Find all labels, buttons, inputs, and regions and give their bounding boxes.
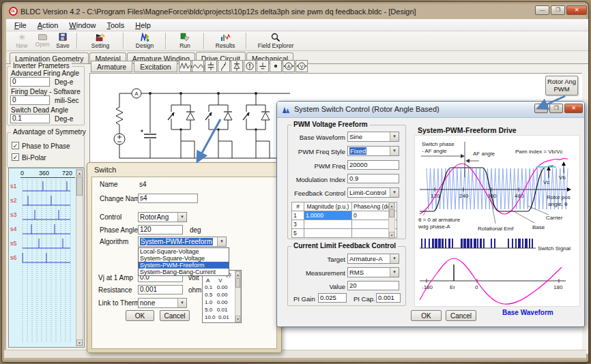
chevron-down-icon[interactable]	[390, 147, 399, 155]
advanced-firing-angle-input[interactable]: 0	[10, 77, 50, 87]
menu-help[interactable]: Help	[130, 20, 156, 30]
subtab-armature[interactable]: Armature	[91, 61, 132, 72]
ammeter-icon[interactable]: A	[283, 60, 295, 72]
svg-text:240: 240	[459, 193, 469, 199]
measurement-label: Measurement	[288, 269, 345, 277]
pwm-freq-input[interactable]: 20000	[347, 160, 399, 170]
app-icon: DL	[9, 7, 18, 16]
minimize-icon[interactable]: —	[535, 5, 549, 15]
results-icon	[220, 33, 231, 42]
chevron-down-icon[interactable]	[390, 188, 399, 197]
control-select[interactable]: RotorAng	[138, 212, 187, 222]
maximize-icon[interactable]: ❐	[551, 5, 565, 15]
harmonics-table[interactable]: # Magnitude (p.u.) PhaseAng (deg) 1 1.00…	[291, 202, 397, 238]
device-vi-row: 10.0 0.01	[205, 314, 229, 320]
table-row[interactable]: 3	[292, 220, 397, 229]
menu-action[interactable]: Action	[32, 20, 64, 30]
capacitor-icon[interactable]	[205, 60, 217, 72]
table-row[interactable]: 5	[292, 229, 397, 238]
modulation-index-input[interactable]: 0.9	[347, 174, 399, 183]
cancel-button[interactable]: Cancel	[160, 310, 190, 321]
algorithm-option-selected[interactable]: System-PWM-Freeform	[139, 262, 229, 269]
design-button[interactable]: Design	[128, 32, 162, 50]
diode-icon[interactable]	[231, 60, 243, 72]
pwm-freq-style-select[interactable]: Fixed	[347, 146, 399, 156]
chevron-down-icon[interactable]	[217, 237, 226, 246]
pi-gain-input[interactable]: 0.025	[318, 293, 347, 303]
scroll-thumb[interactable]	[76, 177, 83, 196]
rotor-ang-pwm-button[interactable]: Rotor Ang PWM	[545, 76, 578, 95]
node-dot-icon[interactable]	[270, 60, 282, 72]
link-to-thermal-select[interactable]: none	[138, 298, 187, 308]
resistance-input[interactable]: 0.001	[138, 285, 183, 294]
pwm-freq-style-value: Fixed	[349, 147, 366, 155]
scroll-up-icon[interactable]	[235, 271, 240, 277]
pwm-freq-label: PWM Freq	[288, 162, 345, 170]
algorithm-option[interactable]: System-Square-Voltage	[139, 255, 229, 262]
voltmeter-icon[interactable]: V	[296, 60, 308, 72]
results-button[interactable]: Results	[208, 32, 242, 50]
table-scrollbar[interactable]	[388, 202, 395, 239]
ground-icon[interactable]	[257, 60, 269, 72]
inverter-schematic[interactable]: A	[96, 76, 293, 165]
device-vi-row: 5.0 0.01	[205, 307, 227, 313]
minimize-icon[interactable]: —	[534, 104, 548, 113]
cancel-button[interactable]: Cancel	[446, 310, 476, 321]
svg-text:A: A	[134, 91, 138, 97]
field-explorer-button[interactable]: Field Explorer	[250, 32, 301, 50]
setting-button[interactable]: Setting	[81, 32, 119, 50]
ok-button[interactable]: OK	[411, 310, 442, 321]
chevron-down-icon[interactable]	[177, 299, 186, 307]
switch-dead-angle-input[interactable]: 0.1	[10, 114, 50, 123]
menu-file[interactable]: File	[9, 20, 32, 30]
table-row[interactable]: 1 1.0000 0	[292, 211, 397, 220]
algorithm-option[interactable]: Local-Square-Voltage	[139, 248, 229, 255]
run-button[interactable]: Run	[170, 32, 200, 50]
menu-tools[interactable]: Tools	[101, 20, 130, 30]
target-select[interactable]: Armature-A	[347, 254, 399, 264]
device-vi-scrollbar[interactable]	[235, 271, 241, 322]
scroll-down-icon[interactable]	[389, 232, 394, 238]
triangle-wave-source-icon[interactable]	[179, 60, 191, 72]
scroll-thumb[interactable]	[235, 278, 240, 288]
phase-angle-input[interactable]: 120	[138, 225, 183, 234]
scroll-down-icon[interactable]	[76, 339, 83, 346]
scroll-down-icon[interactable]	[235, 316, 240, 322]
value-input[interactable]: 20	[347, 281, 399, 290]
base-waveform-select[interactable]: Sine	[347, 132, 399, 142]
maximize-icon[interactable]: ❐	[549, 104, 563, 113]
device-vi-listbox[interactable]: Device V(i): A V 0.1 0.00 0.5 0.00 1.0 0…	[202, 270, 242, 323]
svg-text:Rotor pos: Rotor pos	[547, 194, 571, 200]
close-icon[interactable]: ✕	[564, 104, 583, 113]
algorithm-select[interactable]: System-PWM-Freeform	[138, 237, 227, 247]
pi-cap-input[interactable]: 0.001	[376, 293, 401, 303]
col-header-magnitude: Magnitude (p.u.)	[304, 202, 352, 211]
chevron-down-icon[interactable]	[177, 213, 186, 222]
save-button[interactable]: Save	[53, 32, 73, 50]
device-vi-row: 1.0 0.00	[205, 299, 227, 305]
chevron-down-icon[interactable]	[390, 132, 399, 141]
switch-icon[interactable]	[218, 60, 230, 72]
phase-to-phase-checkbox[interactable]	[12, 142, 19, 149]
menu-window[interactable]: Window	[63, 20, 101, 30]
svg-text:A: A	[287, 64, 291, 69]
bi-polar-checkbox[interactable]	[12, 153, 19, 161]
change-name-input[interactable]: s4	[138, 194, 198, 203]
chevron-down-icon[interactable]	[390, 268, 399, 277]
subtab-excitation[interactable]: Excitation	[134, 61, 177, 72]
algorithm-option[interactable]: System-Bang-Bang-Current	[139, 269, 229, 275]
scroll-thumb[interactable]	[389, 209, 394, 217]
ok-button[interactable]: OK	[126, 310, 154, 321]
chevron-down-icon[interactable]	[390, 254, 399, 263]
feedback-control-select[interactable]: Limit-Control	[347, 187, 399, 198]
new-button: ✳ New	[12, 32, 32, 50]
timing-scrollbar[interactable]	[76, 169, 83, 346]
firing-delay-input[interactable]: 0	[10, 95, 50, 105]
modulation-index-label: Modulation Index	[288, 176, 345, 183]
scroll-up-icon[interactable]	[76, 170, 83, 176]
measurement-select[interactable]: RMS	[347, 267, 399, 277]
scroll-up-icon[interactable]	[389, 202, 394, 209]
close-icon[interactable]: ✕	[566, 5, 587, 15]
current-source-icon[interactable]	[244, 60, 256, 72]
sine-wave-source-icon[interactable]	[192, 60, 204, 72]
